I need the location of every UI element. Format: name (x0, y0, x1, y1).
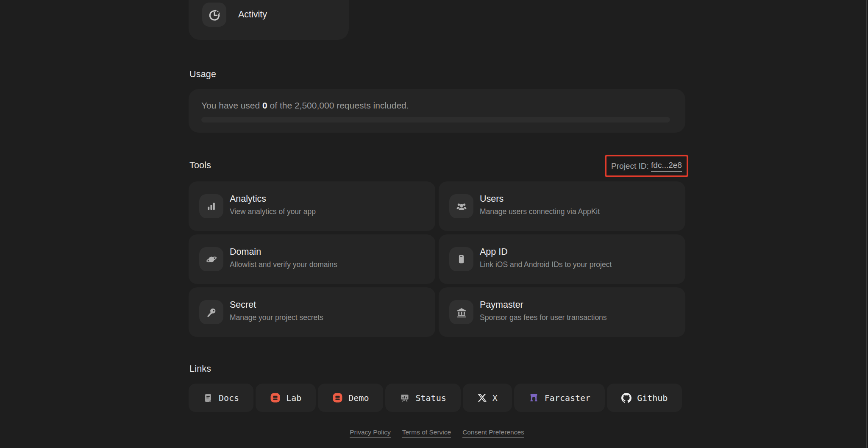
tools-grid: Analytics View analytics of your app Use… (189, 181, 685, 337)
docs-link-button[interactable]: Docs (189, 384, 253, 412)
appkit-icon (270, 392, 281, 403)
tool-description: View analytics of your app (230, 207, 316, 216)
bar-chart-icon (199, 194, 223, 218)
tool-card-users[interactable]: Users Manage users connecting via AppKit (439, 181, 685, 231)
tool-title: App ID (480, 247, 508, 257)
bank-icon (449, 300, 473, 324)
tool-description: Manage your project secrets (230, 313, 323, 322)
tool-card-paymaster[interactable]: Paymaster Sponsor gas fees for user tran… (439, 287, 685, 337)
usage-progress-bar (201, 117, 670, 122)
privacy-policy-link[interactable]: Privacy Policy (350, 429, 390, 438)
x-link-button[interactable]: X (463, 384, 512, 412)
phone-icon (449, 247, 473, 271)
tool-title: Users (480, 194, 504, 204)
dashboard-page: Activity Usage You have used 0 of the 2,… (0, 0, 868, 448)
activity-card[interactable]: Activity (189, 0, 349, 40)
github-icon (621, 393, 632, 403)
tool-title: Domain (230, 247, 261, 257)
docs-icon (203, 393, 213, 403)
tool-card-secret[interactable]: Secret Manage your project secrets (189, 287, 435, 337)
tool-title: Paymaster (480, 300, 523, 310)
project-id-label: Project ID: (611, 161, 651, 171)
status-link-button[interactable]: Status (385, 384, 460, 412)
tool-description: Allowlist and verify your domains (230, 260, 337, 269)
usage-used-value: 0 (262, 100, 267, 110)
link-label: X (492, 393, 498, 403)
status-board-icon (400, 393, 410, 403)
tool-title: Analytics (230, 194, 266, 204)
x-icon (477, 393, 487, 403)
project-id-value[interactable]: fdc...2e8 (651, 161, 682, 172)
usage-heading: Usage (189, 69, 216, 80)
link-label: Status (415, 393, 446, 403)
tool-card-analytics[interactable]: Analytics View analytics of your app (189, 181, 435, 231)
lab-link-button[interactable]: Lab (256, 384, 316, 412)
tool-title: Secret (230, 300, 256, 310)
tool-description: Sponsor gas fees for user transactions (480, 313, 607, 322)
footer: Privacy Policy Terms of Service Consent … (189, 429, 685, 438)
activity-label: Activity (238, 9, 267, 20)
tool-description: Link iOS and Android IDs to your project (480, 260, 612, 269)
tool-description: Manage users connecting via AppKit (480, 207, 600, 216)
scrollbar[interactable] (866, 0, 867, 448)
links-heading: Links (189, 364, 211, 374)
tool-card-app-id[interactable]: App ID Link iOS and Android IDs to your … (439, 234, 685, 284)
usage-summary: You have used 0 of the 2,500,000 request… (201, 100, 409, 111)
consent-preferences-link[interactable]: Consent Preferences (462, 429, 524, 438)
github-link-button[interactable]: Github (607, 384, 682, 412)
key-icon (199, 300, 223, 324)
farcaster-icon (529, 392, 539, 403)
usage-text-prefix: You have used (201, 100, 262, 110)
link-label: Farcaster (545, 393, 590, 403)
project-id-highlight-box[interactable]: Project ID: fdc...2e8 (605, 155, 688, 177)
link-label: Lab (286, 393, 301, 403)
terms-of-service-link[interactable]: Terms of Service (402, 429, 451, 438)
farcaster-link-button[interactable]: Farcaster (514, 384, 605, 412)
link-label: Github (637, 393, 668, 403)
tool-card-domain[interactable]: Domain Allowlist and verify your domains (189, 234, 435, 284)
links-row: Docs Lab Demo (189, 384, 682, 412)
appkit-icon (332, 392, 343, 403)
planet-icon (199, 247, 223, 271)
timer-icon (202, 3, 226, 27)
usage-card: You have used 0 of the 2,500,000 request… (189, 89, 685, 133)
usage-text-suffix: of the 2,500,000 requests included. (267, 100, 409, 110)
demo-link-button[interactable]: Demo (318, 384, 383, 412)
users-icon (449, 194, 473, 218)
link-label: Docs (219, 393, 239, 403)
link-label: Demo (348, 393, 369, 403)
tools-heading: Tools (189, 160, 211, 171)
